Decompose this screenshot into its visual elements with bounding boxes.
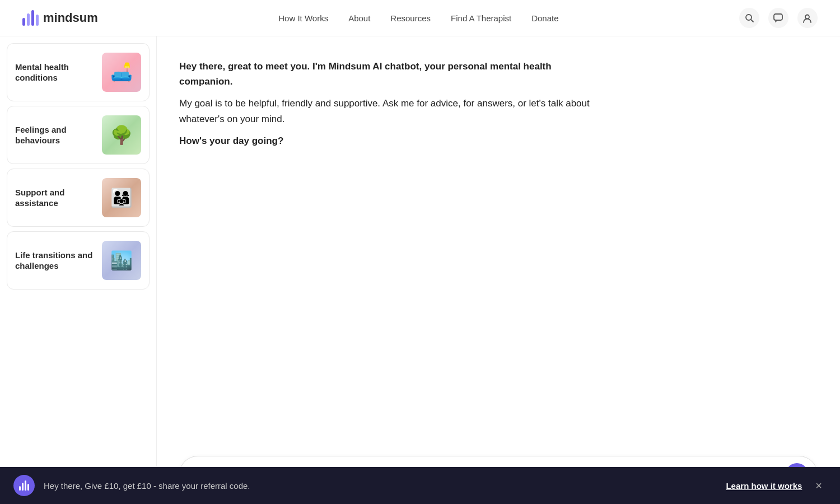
bot-text-3-strong: How's your day going? — [179, 136, 283, 146]
chat-area: Hey there, great to meet you. I'm Mindsu… — [157, 36, 840, 504]
sidebar-img-feelings: 🌳 — [102, 115, 141, 155]
sidebar-img-support: 👨‍👩‍👧 — [102, 178, 141, 217]
life-transitions-emoji: 🏙️ — [110, 250, 133, 271]
sidebar-label-support: Support and assistance — [15, 187, 96, 209]
search-icon — [745, 13, 754, 22]
banner-bar-2 — [22, 483, 24, 491]
bot-text-3: How's your day going? — [179, 133, 594, 148]
feelings-emoji: 🌳 — [110, 124, 133, 146]
logo-text: mindsum — [43, 11, 98, 25]
nav-how-it-works[interactable]: How It Works — [278, 13, 328, 23]
sidebar-item-support[interactable]: Support and assistance 👨‍👩‍👧 — [7, 169, 150, 227]
sidebar-label-mental-health: Mental health conditions — [15, 62, 96, 83]
nav-icons — [739, 8, 818, 28]
sidebar-item-feelings[interactable]: Feelings and behaviours 🌳 — [7, 106, 150, 164]
sidebar-item-life-transitions[interactable]: Life transitions and challenges 🏙️ — [7, 231, 150, 290]
sidebar: Mental health conditions 🛋️ Feelings and… — [0, 36, 157, 504]
logo[interactable]: mindsum — [22, 10, 98, 26]
search-button[interactable] — [739, 8, 759, 28]
banner-text: Hey there, Give £10, get £10 - share you… — [44, 481, 717, 491]
nav-links: How It Works About Resources Find A Ther… — [278, 13, 558, 23]
sidebar-img-life-transitions: 🏙️ — [102, 241, 141, 280]
logo-bar-4 — [36, 15, 39, 26]
banner-bar-4 — [27, 484, 29, 491]
logo-icon — [22, 10, 39, 26]
bot-message-1: Hey there, great to meet you. I'm Mindsu… — [179, 59, 594, 148]
nav-resources[interactable]: Resources — [390, 13, 431, 23]
sidebar-img-mental-health: 🛋️ — [102, 53, 141, 92]
svg-rect-2 — [774, 14, 782, 20]
nav-find-therapist[interactable]: Find A Therapist — [451, 13, 511, 23]
chat-messages: Hey there, great to meet you. I'm Mindsu… — [157, 36, 840, 447]
bot-text-1-strong: Hey there, great to meet you. I'm Mindsu… — [179, 61, 552, 87]
banner-bar-3 — [25, 480, 26, 491]
bot-text-2: My goal is to be helpful, friendly and s… — [179, 96, 594, 126]
svg-point-3 — [805, 15, 809, 18]
banner-icon — [13, 475, 35, 496]
chat-button[interactable] — [768, 8, 788, 28]
main-layout: Mental health conditions 🛋️ Feelings and… — [0, 36, 840, 504]
referral-banner: Hey there, Give £10, get £10 - share you… — [0, 467, 840, 504]
logo-bar-3 — [31, 10, 34, 26]
logo-bar-1 — [22, 18, 25, 26]
sidebar-item-mental-health[interactable]: Mental health conditions 🛋️ — [7, 43, 150, 101]
navbar: mindsum How It Works About Resources Fin… — [0, 0, 840, 36]
banner-bars-icon — [19, 480, 29, 491]
mental-health-emoji: 🛋️ — [110, 62, 133, 83]
banner-close-button[interactable]: × — [811, 478, 827, 493]
logo-bar-2 — [27, 13, 30, 26]
nav-donate[interactable]: Donate — [531, 13, 558, 23]
svg-line-1 — [751, 20, 753, 22]
sidebar-label-life-transitions: Life transitions and challenges — [15, 250, 96, 272]
banner-learn-link[interactable]: Learn how it works — [726, 481, 802, 491]
banner-bar-1 — [19, 486, 21, 491]
user-button[interactable] — [797, 8, 818, 28]
chat-icon — [773, 13, 783, 23]
nav-about[interactable]: About — [348, 13, 370, 23]
bot-text-1: Hey there, great to meet you. I'm Mindsu… — [179, 59, 594, 89]
sidebar-label-feelings: Feelings and behaviours — [15, 124, 96, 146]
user-icon — [802, 13, 812, 23]
support-emoji: 👨‍👩‍👧 — [110, 187, 133, 208]
